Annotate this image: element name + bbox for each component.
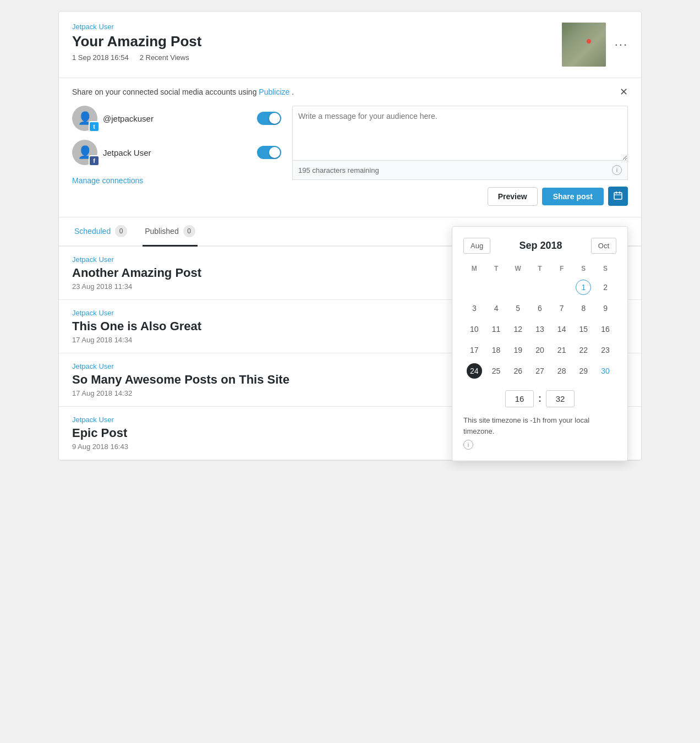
- svg-rect-0: [614, 193, 622, 199]
- cal-day[interactable]: 22: [573, 340, 595, 360]
- day-header-wed: W: [507, 263, 529, 277]
- char-count-row: 195 characters remaining i: [292, 161, 628, 180]
- cal-day[interactable]: 20: [529, 340, 551, 360]
- account-name-facebook: Jetpack User: [103, 148, 251, 157]
- message-panel: 195 characters remaining i Preview Share…: [292, 106, 628, 206]
- more-options-button[interactable]: ···: [615, 37, 628, 52]
- message-textarea[interactable]: [292, 106, 628, 161]
- time-hours-input[interactable]: [505, 390, 534, 407]
- tab-published-count: 0: [183, 225, 195, 237]
- main-container: Jetpack User Your Amazing Post 1 Sep 201…: [58, 11, 642, 461]
- cal-day[interactable]: 14: [551, 319, 573, 340]
- calendar-month-year: Sep 2018: [519, 240, 562, 252]
- timezone-text: This site timezone is -1h from your loca…: [463, 415, 616, 436]
- cal-day[interactable]: 23: [594, 340, 616, 360]
- avatar-wrap-twitter: 👤 t: [72, 106, 97, 131]
- share-body: 👤 t @jetpackuser 👤 f: [72, 106, 628, 206]
- cal-day[interactable]: 16: [594, 319, 616, 340]
- post-author: Jetpack User: [72, 23, 201, 31]
- cal-day[interactable]: 13: [529, 319, 551, 340]
- timezone-info-icon[interactable]: i: [463, 440, 473, 450]
- time-separator: :: [538, 393, 542, 405]
- share-section: Share on your connected social media acc…: [59, 78, 641, 217]
- cal-day[interactable]: 18: [485, 340, 507, 360]
- cal-day[interactable]: 15: [573, 319, 595, 340]
- timezone-note: This site timezone is -1h from your loca…: [463, 415, 616, 450]
- day-header-mon: M: [463, 263, 485, 277]
- cal-day[interactable]: 27: [529, 360, 551, 381]
- cal-day[interactable]: 19: [507, 340, 529, 360]
- cal-day[interactable]: 3: [463, 298, 485, 319]
- manage-connections-link[interactable]: Manage connections: [72, 176, 143, 185]
- char-info-icon[interactable]: i: [612, 165, 622, 175]
- accounts-panel: 👤 t @jetpackuser 👤 f: [72, 106, 281, 206]
- cal-day[interactable]: 12: [507, 319, 529, 340]
- cal-day[interactable]: 6: [529, 298, 551, 319]
- cal-day[interactable]: 30: [594, 360, 616, 381]
- toggle-facebook[interactable]: [257, 146, 281, 159]
- day-header-sun: S: [594, 263, 616, 277]
- cal-day[interactable]: 10: [463, 319, 485, 340]
- toggle-twitter[interactable]: [257, 112, 281, 125]
- cal-day[interactable]: 1: [573, 277, 595, 298]
- cal-day[interactable]: 29: [573, 360, 595, 381]
- cal-day[interactable]: 11: [485, 319, 507, 340]
- cal-day[interactable]: 5: [507, 298, 529, 319]
- post-views: 2 Recent Views: [140, 53, 189, 62]
- close-share-button[interactable]: ✕: [620, 87, 628, 97]
- tab-published-label: Published: [145, 227, 179, 236]
- time-minutes-input[interactable]: [546, 390, 575, 407]
- share-post-button[interactable]: Share post: [542, 188, 604, 205]
- cal-day: [485, 277, 507, 298]
- day-header-thu: T: [529, 263, 551, 277]
- post-date: 1 Sep 2018 16:54: [72, 53, 129, 62]
- cal-day[interactable]: 9: [594, 298, 616, 319]
- day-header-sat: S: [573, 263, 595, 277]
- cal-day: [463, 277, 485, 298]
- action-row: Preview Share post: [292, 187, 628, 206]
- post-header: Jetpack User Your Amazing Post 1 Sep 201…: [59, 12, 641, 78]
- share-header-row: Share on your connected social media acc…: [72, 87, 628, 97]
- cal-day[interactable]: 28: [551, 360, 573, 381]
- tab-published[interactable]: Published 0: [143, 217, 198, 247]
- cal-day[interactable]: 25: [485, 360, 507, 381]
- calendar-nav: Aug Sep 2018 Oct: [463, 238, 616, 254]
- cal-day[interactable]: 2: [594, 277, 616, 298]
- publicize-link[interactable]: Publicize: [259, 88, 289, 96]
- cal-day[interactable]: 26: [507, 360, 529, 381]
- cal-day-selected[interactable]: 24: [463, 360, 485, 381]
- tab-scheduled[interactable]: Scheduled 0: [72, 217, 129, 247]
- cal-day: [551, 277, 573, 298]
- cal-day[interactable]: 7: [551, 298, 573, 319]
- cal-day[interactable]: 21: [551, 340, 573, 360]
- char-count: 195 characters remaining: [298, 166, 379, 174]
- avatar-wrap-facebook: 👤 f: [72, 140, 97, 165]
- cal-day[interactable]: 17: [463, 340, 485, 360]
- calendar-popup: Aug Sep 2018 Oct M T W T F S S: [452, 226, 628, 461]
- calendar-toggle-button[interactable]: [608, 187, 628, 206]
- share-header-before: Share on your connected social media acc…: [72, 88, 259, 96]
- tab-scheduled-label: Scheduled: [74, 227, 111, 236]
- post-title: Your Amazing Post: [72, 33, 201, 50]
- post-thumbnail: [562, 23, 606, 67]
- tab-scheduled-count: 0: [115, 225, 127, 237]
- cal-day: [529, 277, 551, 298]
- toggle-knob-facebook: [269, 147, 280, 158]
- account-row-facebook: 👤 f Jetpack User: [72, 140, 281, 165]
- calendar-grid: M T W T F S S 1 2: [463, 263, 616, 381]
- twitter-badge: t: [89, 121, 100, 132]
- cal-day: [507, 277, 529, 298]
- post-header-right: ···: [562, 23, 628, 67]
- account-row-twitter: 👤 t @jetpackuser: [72, 106, 281, 131]
- toggle-knob-twitter: [269, 113, 280, 124]
- time-row: :: [463, 390, 616, 407]
- preview-button[interactable]: Preview: [488, 187, 538, 206]
- share-header-text: Share on your connected social media acc…: [72, 88, 294, 96]
- facebook-badge: f: [89, 155, 100, 166]
- next-month-button[interactable]: Oct: [591, 238, 616, 254]
- prev-month-button[interactable]: Aug: [463, 238, 490, 254]
- post-header-left: Jetpack User Your Amazing Post 1 Sep 201…: [72, 23, 201, 62]
- cal-day[interactable]: 8: [573, 298, 595, 319]
- cal-day[interactable]: 4: [485, 298, 507, 319]
- day-header-fri: F: [551, 263, 573, 277]
